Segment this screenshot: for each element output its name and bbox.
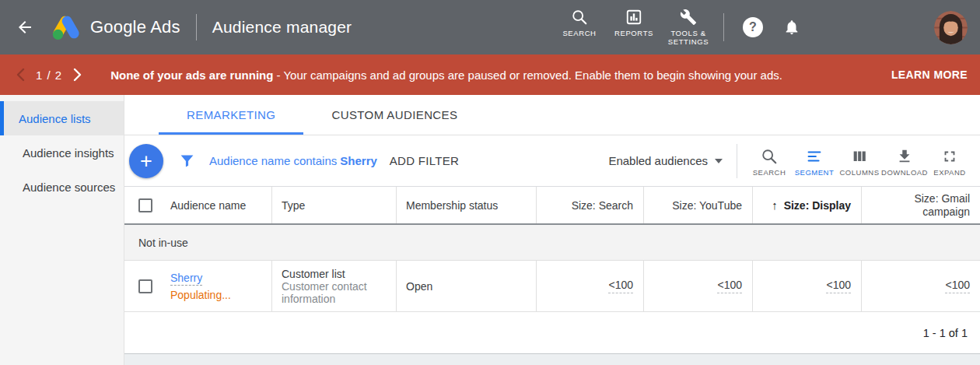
type-label: Customer list: [282, 268, 345, 280]
bar-chart-icon: [625, 9, 642, 26]
cell-type: Customer list Customer contact informati…: [272, 261, 397, 311]
toolbar: + Audience name containsSherry ADD FILTE…: [124, 135, 980, 187]
nav-tools-settings-button[interactable]: TOOLS & SETTINGS: [664, 9, 712, 46]
filter-value-text: Sherry: [340, 154, 377, 167]
add-audience-button[interactable]: +: [129, 144, 163, 178]
learn-more-button[interactable]: LEARN MORE: [891, 68, 968, 81]
audience-view-dropdown-label: Enabled audiences: [608, 154, 708, 167]
wrench-icon: [680, 9, 697, 26]
cell-membership-status: Open: [397, 261, 537, 311]
back-button[interactable]: [14, 16, 36, 38]
download-button[interactable]: DOWNLOAD: [882, 145, 927, 177]
nav-tools-settings-label: TOOLS & SETTINGS: [664, 29, 712, 46]
size-search-value: <100: [608, 279, 633, 293]
help-button[interactable]: ?: [743, 17, 763, 37]
columns-button[interactable]: COLUMNS: [837, 145, 882, 177]
page-body: Audience lists Audience insights Audienc…: [0, 95, 980, 365]
alert-banner: 1 / 2 None of your ads are running - You…: [0, 54, 980, 95]
row-checkbox[interactable]: [138, 279, 152, 293]
type-detail-label: Customer contact information: [282, 280, 385, 305]
pagination-range: 1 - 1 of 1: [923, 327, 968, 339]
cell-size-gmail: <100: [862, 261, 980, 311]
nav-reports-label: REPORTS: [614, 29, 653, 37]
tab-remarketing[interactable]: REMARKETING: [159, 95, 303, 135]
chevron-down-icon: [715, 159, 723, 163]
page-title: Audience manager: [212, 18, 352, 37]
header-size-search[interactable]: Size: Search: [537, 187, 644, 223]
account-avatar[interactable]: [934, 11, 968, 44]
help-icon: ?: [749, 20, 757, 34]
sidebar-item-audience-insights[interactable]: Audience insights: [0, 135, 124, 170]
main-content: REMARKETING CUSTOM AUDIENCES + Audience …: [124, 95, 980, 365]
filter-funnel-icon: [179, 153, 195, 169]
audience-name-link[interactable]: Sherry: [170, 272, 202, 286]
sort-ascending-icon: ↑: [772, 198, 778, 212]
expand-label: EXPAND: [933, 168, 965, 177]
table-search-button[interactable]: SEARCH: [747, 145, 792, 177]
header-audience-name-label[interactable]: Audience name: [170, 199, 246, 212]
download-label: DOWNLOAD: [881, 168, 928, 177]
search-icon: [571, 9, 588, 26]
columns-label: COLUMNS: [839, 168, 879, 177]
expand-button[interactable]: EXPAND: [927, 145, 972, 177]
segment-button[interactable]: SEGMENT: [792, 145, 837, 177]
cell-audience-name: Sherry Populating...: [124, 261, 272, 311]
segment-icon: [806, 148, 823, 165]
size-youtube-value: <100: [717, 279, 742, 293]
banner-message: None of your ads are running - Your camp…: [110, 68, 782, 82]
audience-name-block: Sherry Populating...: [170, 272, 231, 301]
top-nav: SEARCH REPORTS TOOLS & SETTINGS: [555, 9, 719, 46]
header-size-youtube[interactable]: Size: YouTube: [644, 187, 753, 223]
nav-search-label: SEARCH: [562, 29, 596, 37]
google-ads-logo-icon: [51, 14, 81, 40]
title-divider: [196, 14, 197, 40]
nav-reports-button[interactable]: REPORTS: [610, 9, 658, 37]
content-background: [124, 354, 980, 365]
size-gmail-value: <100: [945, 279, 970, 293]
topbar-divider: [723, 13, 724, 41]
expand-icon: [941, 148, 958, 165]
select-all-checkbox[interactable]: [138, 198, 152, 212]
tab-custom-audiences[interactable]: CUSTOM AUDIENCES: [303, 95, 485, 135]
cell-size-search: <100: [537, 261, 644, 311]
table-row: Sherry Populating... Customer list Custo…: [124, 261, 980, 312]
banner-pagination: 1 / 2: [36, 68, 62, 82]
sidebar-item-audience-lists[interactable]: Audience lists: [0, 101, 124, 135]
header-type[interactable]: Type: [272, 187, 397, 223]
active-filter-chip[interactable]: Audience name containsSherry: [209, 154, 377, 167]
cell-size-youtube: <100: [644, 261, 753, 311]
google-ads-app: Google Ads Audience manager SEARCH REPOR…: [0, 0, 980, 365]
header-audience-name: Audience name: [124, 187, 272, 223]
chevron-left-icon: [16, 68, 25, 82]
arrow-back-icon: [16, 18, 34, 37]
header-membership-status[interactable]: Membership status: [397, 187, 537, 223]
size-display-value: <100: [826, 279, 851, 293]
table-header-row: Audience name Type Membership status Siz…: [124, 187, 980, 225]
audience-view-dropdown[interactable]: Enabled audiences: [608, 154, 723, 167]
group-row-not-in-use: Not in-use: [124, 225, 980, 261]
banner-next-button[interactable]: [70, 67, 86, 82]
banner-message-rest: - Your campaigns and ad groups are pause…: [273, 68, 782, 82]
segment-label: SEGMENT: [795, 168, 834, 177]
notifications-button[interactable]: [783, 19, 800, 36]
header-size-gmail[interactable]: Size: Gmail campaign: [862, 187, 980, 223]
cell-size-display: <100: [753, 261, 862, 311]
download-icon: [896, 148, 913, 165]
table-search-label: SEARCH: [753, 168, 786, 177]
top-app-bar: Google Ads Audience manager SEARCH REPOR…: [0, 0, 980, 54]
header-size-display[interactable]: ↑ Size: Display: [753, 187, 862, 223]
tab-bar: REMARKETING CUSTOM AUDIENCES: [124, 95, 980, 135]
banner-previous-button[interactable]: [12, 67, 28, 82]
bell-icon: [783, 19, 800, 36]
banner-message-bold: None of your ads are running: [110, 68, 273, 82]
header-size-display-label: Size: Display: [784, 199, 851, 212]
product-name: Google Ads: [90, 17, 180, 37]
sidebar: Audience lists Audience insights Audienc…: [0, 95, 124, 365]
add-filter-button[interactable]: ADD FILTER: [390, 154, 459, 167]
search-icon: [761, 148, 778, 165]
toolbar-divider: [737, 144, 737, 178]
nav-search-button[interactable]: SEARCH: [555, 9, 604, 37]
columns-icon: [851, 148, 868, 165]
table-footer: 1 - 1 of 1: [124, 312, 980, 354]
sidebar-item-audience-sources[interactable]: Audience sources: [0, 170, 124, 204]
